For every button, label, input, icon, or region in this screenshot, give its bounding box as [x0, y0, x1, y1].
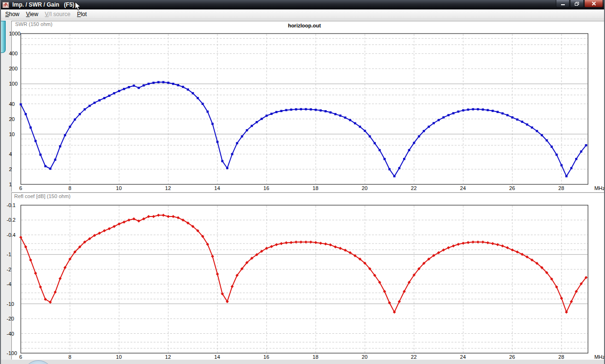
- y-tick-label: -1: [7, 251, 11, 257]
- x-tick-label: 22: [411, 354, 416, 360]
- menu-item-view[interactable]: View: [23, 10, 42, 18]
- x-tick-label: 20: [362, 354, 367, 360]
- window-bottom-margin: [1, 360, 604, 364]
- y-tick-label: 100: [9, 81, 17, 87]
- y-tick-label: -0.4: [7, 232, 16, 238]
- x-tick-label: 18: [312, 185, 318, 191]
- x-axis-unit: MHz: [589, 354, 605, 360]
- y-tick-label: 40: [9, 101, 15, 107]
- y-tick-label: 200: [9, 66, 17, 71]
- restore-button[interactable]: [570, 0, 584, 8]
- close-button[interactable]: [584, 0, 603, 8]
- x-tick-label: 28: [558, 185, 564, 191]
- app-icon[interactable]: [2, 1, 9, 9]
- y-tick-label: -40: [7, 331, 14, 337]
- y-tick-label: 400: [9, 51, 17, 56]
- x-tick-label: 8: [69, 185, 71, 191]
- x-tick-label: 8: [69, 354, 71, 360]
- x-tick-label: 12: [165, 354, 171, 360]
- y-tick-label: -10: [7, 301, 14, 307]
- title-bar[interactable]: Imp. / SWR / Gain (F5): [0, 0, 605, 9]
- x-tick-label: 18: [312, 354, 318, 360]
- y-tick-label: 1: [9, 182, 12, 187]
- x-tick-label: 14: [214, 354, 220, 360]
- x-tick-label: 10: [116, 354, 121, 360]
- y-tick-label: -0.2: [7, 217, 16, 223]
- y-tick-label: -100: [7, 350, 17, 356]
- menu-item-vi-source: V/I source: [42, 10, 74, 18]
- y-tick-label: 2: [9, 166, 12, 172]
- mouse-cursor: [75, 1, 81, 11]
- application-window: Imp. / SWR / Gain (F5) Show View V/I sou…: [0, 0, 605, 364]
- minimize-button[interactable]: [556, 0, 570, 8]
- plot-title: horizloop.out: [21, 23, 588, 28]
- refl-chart-panel: [11, 192, 605, 360]
- y-tick-label: -0.1: [7, 202, 16, 208]
- x-tick-label: 26: [509, 354, 515, 360]
- x-tick-label: 24: [460, 185, 466, 191]
- menu-item-plot[interactable]: Plot: [74, 10, 90, 18]
- x-tick-label: 28: [558, 354, 564, 360]
- y-tick-label: 10: [9, 131, 15, 137]
- x-tick-label: 10: [116, 185, 121, 191]
- x-axis-unit: MHz: [589, 185, 605, 191]
- x-tick-label: 22: [411, 185, 416, 191]
- x-tick-label: 24: [460, 354, 466, 360]
- x-tick-label: 6: [19, 185, 22, 191]
- y-tick-label: -2: [7, 267, 11, 272]
- refl-axis-label: Refl coef [dB] (150 ohm): [14, 193, 70, 199]
- x-tick-label: 26: [509, 185, 515, 191]
- x-tick-label: 16: [263, 354, 269, 360]
- x-tick-label: 16: [263, 185, 269, 191]
- y-tick-label: -20: [7, 316, 14, 321]
- x-tick-label: 12: [165, 185, 171, 191]
- x-tick-label: 20: [362, 185, 367, 191]
- y-tick-label: -4: [7, 281, 11, 287]
- x-tick-label: 14: [214, 185, 220, 191]
- y-tick-label: 1000: [9, 31, 20, 36]
- window-title: Imp. / SWR / Gain (F5): [12, 1, 74, 8]
- window-controls: [556, 0, 603, 8]
- menu-item-show[interactable]: Show: [2, 10, 23, 18]
- y-tick-label: 20: [9, 116, 15, 122]
- y-tick-label: 4: [9, 151, 12, 157]
- background-window-edge: [1, 21, 6, 53]
- swr-chart-panel: [11, 21, 605, 192]
- menu-bar: Show View V/I source Plot: [1, 9, 604, 19]
- x-tick-label: 6: [19, 354, 22, 360]
